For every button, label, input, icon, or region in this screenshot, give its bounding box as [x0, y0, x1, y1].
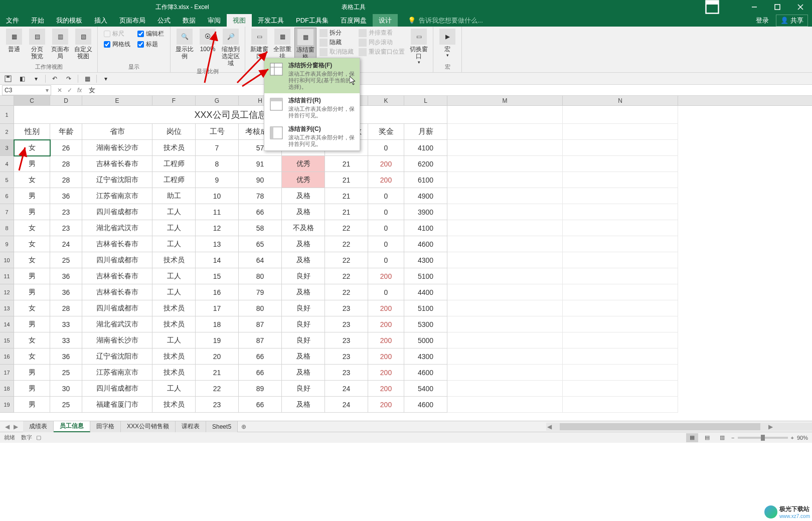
cell[interactable]: 23 [325, 365, 368, 381]
cell[interactable]: 4100 [404, 140, 447, 156]
cell[interactable]: 工人 [152, 236, 196, 252]
cell[interactable]: 200 [368, 268, 404, 284]
cell[interactable]: 78 [239, 188, 282, 204]
cell[interactable]: 湖南省长沙市 [82, 140, 152, 156]
cell[interactable]: 男 [14, 268, 50, 284]
unhide-button[interactable]: 取消隐藏 [319, 48, 354, 56]
column-header-F[interactable]: F [152, 96, 196, 105]
cell[interactable]: 24 [325, 381, 368, 397]
cell[interactable] [563, 236, 678, 252]
cell[interactable]: 14 [196, 252, 239, 268]
cell[interactable]: 江苏省南京市 [82, 188, 152, 204]
tab-review[interactable]: 审阅 [202, 14, 227, 27]
cell[interactable] [447, 204, 563, 220]
cell[interactable]: 22 [325, 252, 368, 268]
cell[interactable]: 及格 [282, 188, 325, 204]
cell[interactable] [563, 204, 678, 220]
cell[interactable]: 吉林省长春市 [82, 284, 152, 300]
ruler-checkbox[interactable]: 标尺 [104, 30, 130, 38]
cell[interactable]: 优秀 [282, 172, 325, 188]
page-break-preview-button[interactable]: ▤分页 预览 [26, 28, 48, 61]
cell[interactable]: 80 [239, 300, 282, 316]
cell[interactable]: 36 [50, 268, 82, 284]
save-button[interactable] [3, 74, 13, 84]
normal-view-statusbar[interactable]: ▦ [686, 433, 698, 442]
cell[interactable]: 200 [368, 349, 404, 365]
title-cell[interactable]: XXX公司员工信息 [14, 106, 447, 124]
row-header-18[interactable]: 18 [0, 381, 14, 397]
cell[interactable]: 25 [50, 252, 82, 268]
cell[interactable]: 及格 [282, 397, 325, 413]
cell[interactable]: 9 [196, 172, 239, 188]
cell[interactable]: 男 [14, 316, 50, 332]
sheet-tab[interactable]: 员工信息 [54, 421, 90, 432]
cell[interactable] [447, 316, 563, 332]
cell[interactable]: 22 [196, 381, 239, 397]
cell[interactable] [563, 252, 678, 268]
cell[interactable]: 23 [325, 300, 368, 316]
cell[interactable]: 200 [368, 381, 404, 397]
cell[interactable]: 200 [368, 397, 404, 413]
sheet-tab[interactable]: 成绩表 [23, 421, 54, 432]
cell[interactable]: 女 [14, 300, 50, 316]
tab-insert[interactable]: 插入 [88, 14, 113, 27]
custom-views-button[interactable]: ▧自定义视图 [72, 28, 94, 61]
cell[interactable]: 0 [368, 204, 404, 220]
cell[interactable]: 24 [50, 236, 82, 252]
qat-button-3[interactable]: ▾ [31, 74, 41, 84]
cell[interactable]: 36 [50, 284, 82, 300]
cell[interactable]: 21 [325, 204, 368, 220]
cell[interactable]: 15 [196, 268, 239, 284]
cell[interactable]: 技术员 [152, 349, 196, 365]
zoom-slider[interactable] [738, 437, 788, 439]
header-cell[interactable]: 省市 [82, 124, 152, 140]
cell[interactable]: 辽宁省沈阳市 [82, 349, 152, 365]
cell[interactable] [447, 397, 563, 413]
share-button[interactable]: 👤 共享 [776, 15, 808, 27]
hide-button[interactable]: 隐藏 [319, 38, 354, 47]
tab-file[interactable]: 文件 [0, 14, 25, 27]
cell[interactable]: 66 [239, 397, 282, 413]
tab-mytemplates[interactable]: 我的模板 [50, 14, 88, 27]
cell[interactable]: 优秀 [282, 156, 325, 172]
cell[interactable]: 58 [239, 220, 282, 236]
cell[interactable] [447, 172, 563, 188]
side-by-side-button[interactable]: 并排查看 [359, 29, 405, 37]
row-header-15[interactable]: 15 [0, 332, 14, 349]
cell[interactable]: 89 [239, 381, 282, 397]
cell[interactable]: 技术员 [152, 300, 196, 316]
cell[interactable] [563, 124, 678, 140]
formula-bar-checkbox[interactable]: 编辑栏 [137, 30, 164, 38]
cell[interactable]: 18 [196, 316, 239, 332]
cell[interactable]: 4300 [404, 252, 447, 268]
page-layout-button[interactable]: ▥页面布局 [49, 28, 71, 61]
tab-pagelayout[interactable]: 页面布局 [113, 14, 151, 27]
cell[interactable]: 200 [368, 365, 404, 381]
ribbon-display-options[interactable] [705, 0, 720, 14]
cell[interactable]: 8 [196, 156, 239, 172]
header-cell[interactable]: 性别 [14, 124, 50, 140]
close-button[interactable] [789, 0, 812, 14]
cell[interactable]: 四川省成都市 [82, 204, 152, 220]
cell[interactable] [563, 188, 678, 204]
row-header-12[interactable]: 12 [0, 284, 14, 300]
cell[interactable]: 男 [14, 381, 50, 397]
cell[interactable]: 25 [50, 397, 82, 413]
cell[interactable]: 200 [368, 316, 404, 332]
cell[interactable]: 江苏省南京市 [82, 365, 152, 381]
cell[interactable]: 工程师 [152, 172, 196, 188]
cell[interactable] [563, 140, 678, 156]
tab-design[interactable]: 设计 [373, 14, 398, 27]
cell[interactable]: 女 [14, 172, 50, 188]
cell[interactable] [447, 124, 563, 140]
reset-position-button[interactable]: 重设窗口位置 [359, 48, 405, 56]
redo-button[interactable]: ↷ [64, 74, 74, 84]
cell[interactable]: 吉林省长春市 [82, 268, 152, 284]
login-button[interactable]: 登录 [751, 16, 774, 25]
header-cell[interactable]: 年龄 [50, 124, 82, 140]
cell[interactable]: 21 [196, 365, 239, 381]
cell[interactable]: 男 [14, 188, 50, 204]
cell[interactable]: 四川省成都市 [82, 381, 152, 397]
cell[interactable]: 技术员 [152, 397, 196, 413]
cell[interactable]: 23 [325, 332, 368, 349]
